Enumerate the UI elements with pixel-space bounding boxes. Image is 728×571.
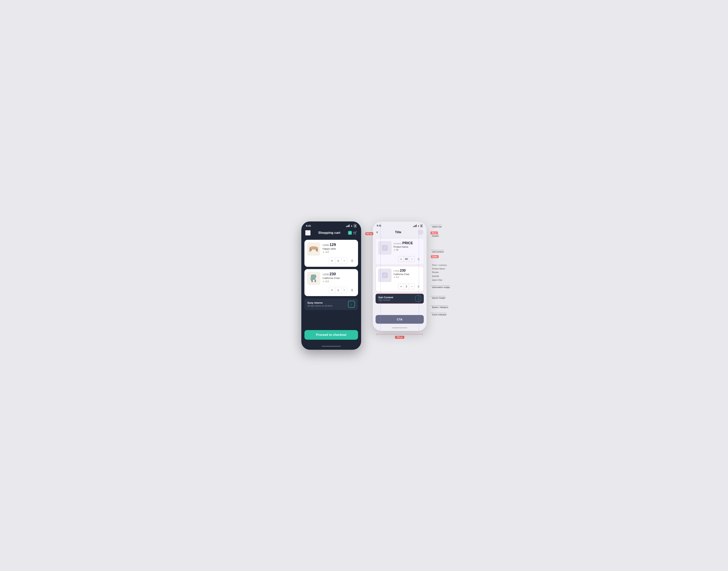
badge-110px: 110px — [431, 255, 439, 258]
wf-star-2: ★ — [394, 276, 396, 278]
ann-home-indicator: home indicator — [431, 311, 469, 318]
table-illustration — [308, 244, 319, 254]
annotation-labels: status bar header cart product Price + c… — [431, 221, 469, 318]
svg-line-13 — [383, 246, 387, 250]
price-currency-2: USD$ — [322, 273, 329, 276]
wf-image-2 — [378, 268, 392, 282]
wf-qty-dec-1[interactable]: + — [398, 256, 404, 262]
price-amount-2: 230 — [329, 272, 336, 276]
ann-button-medium-label: Button / Medium — [431, 306, 448, 309]
qty-increase-1[interactable]: − — [341, 258, 347, 264]
wf-delete-2[interactable]: 🗑 — [416, 284, 421, 289]
wifi-icon: ▲ — [350, 224, 353, 227]
right-status-bar: 9:41 ▲ ▮ — [373, 222, 426, 228]
ann-info-nudge-label: information nudge — [431, 286, 450, 289]
svg-line-16 — [383, 273, 387, 277]
ann-review: Review — [431, 270, 469, 274]
height-measurement: 812 px — [366, 232, 373, 235]
product-image-1 — [307, 242, 320, 256]
price-currency-1: USD$ — [322, 244, 329, 246]
star-icon-1: ★ — [322, 251, 325, 253]
left-status-icons: ▲ ▮ — [346, 224, 356, 227]
qty-decrease-2[interactable]: + — [329, 287, 335, 293]
cart-title: Shopping cart — [318, 231, 340, 235]
wf-qty-inc-1[interactable]: − — [409, 256, 415, 262]
ann-review-label: Review — [431, 271, 439, 273]
ann-quantity: quantity — [431, 274, 469, 278]
wf-qty-row-1: + 00 − 🗑 — [378, 256, 421, 262]
ann-cart-product: cart product — [431, 240, 469, 263]
product-info-2: USD$ 230 California Chair ★ 4.3 — [322, 272, 355, 283]
ann-product-name-label: Product Name — [431, 267, 445, 270]
right-phone: 9:41 ▲ ▮ ✕ Title — [373, 221, 427, 331]
checkout-button[interactable]: Proceed to checkout — [304, 330, 358, 340]
star-icon-2: ★ — [322, 280, 325, 283]
close-button[interactable]: ✕ — [305, 230, 311, 236]
wf-currency-1: currancy — [394, 242, 402, 245]
qty-controls-1: + 1 − — [329, 257, 347, 264]
product-card-2: USD$ 230 California Chair ★ 4.3 + 1 — [304, 269, 358, 296]
wf-image-1 — [378, 241, 392, 255]
left-status-bar: 9:41 ▲ ▮ — [301, 221, 361, 229]
placeholder-icon-2 — [382, 272, 388, 278]
width-375-label: 375 px — [395, 336, 404, 339]
nudge-text: Easy returns 30-day returns on all items — [307, 301, 332, 307]
ann-home-indicator-label: home indicator — [431, 313, 446, 316]
cart-badge-area: 3 🛒 — [348, 231, 357, 235]
wf-qty-controls-1: + 00 − — [398, 256, 415, 262]
right-header-title: Title — [378, 231, 418, 234]
ann-quantity-label: quantity — [431, 275, 439, 277]
product-info-1: USD$ 129 Happy table ★ 4.3 — [322, 242, 355, 253]
wf-qty-inc-2[interactable]: − — [409, 284, 415, 289]
phone-right-wrap: 9:41 ▲ ▮ ✕ Title — [373, 221, 427, 331]
spacer — [304, 312, 358, 328]
delete-btn-1[interactable]: 🗑 — [349, 258, 355, 264]
delete-btn-2[interactable]: 🗑 — [349, 287, 355, 293]
right-close-button[interactable]: ✕ — [376, 231, 378, 234]
header-circle — [418, 230, 423, 235]
wf-product-info-2: USD$ 230 California Chair ★ 4.3 — [394, 268, 421, 278]
wf-name-2: California Chair — [394, 273, 421, 276]
ann-layout-margin: layout margin — [431, 292, 469, 303]
placeholder-icon-1 — [382, 245, 388, 251]
ann-price-currency-label: Price + currency — [431, 264, 447, 266]
wf-rating-value-1: 00 — [396, 249, 398, 251]
wf-nudge: Sub Content Tiny Content ↓ — [376, 294, 424, 304]
wf-spacer — [376, 305, 424, 315]
wf-nudge-highlight: Sub Content Tiny Content ↓ — [376, 294, 424, 304]
svg-point-5 — [309, 246, 318, 249]
left-phone: 9:41 ▲ ▮ ✕ Shopping cart 3 🛒 — [301, 221, 361, 350]
wf-qty-val-1: 00 — [404, 256, 409, 262]
quantity-row-2: + 1 − 🗑 — [307, 287, 355, 294]
left-time: 9:41 — [306, 224, 311, 227]
wf-product-info-1: currancy PRICE Product Name ★ 00 — [394, 241, 421, 251]
right-phone-body: currancy PRICE Product Name ★ 00 — [373, 237, 426, 327]
wf-delete-1[interactable]: 🗑 — [416, 256, 421, 262]
product-rating-1: ★ 4.3 — [322, 251, 355, 253]
chair-illustration — [309, 273, 319, 284]
wf-nudge-title: Sub Content — [378, 296, 393, 299]
ann-header-label: header — [431, 234, 439, 237]
home-indicator-left — [322, 346, 341, 347]
product-card-1: USD$ 129 Happy table ★ 4.3 + 1 — [304, 240, 358, 267]
wf-qty-dec-2[interactable]: + — [398, 284, 404, 289]
rating-value-2: 4.3 — [325, 280, 329, 283]
price-amount-1: 129 — [329, 242, 336, 247]
product-image-2 — [307, 272, 320, 285]
rating-value-1: 4.3 — [325, 251, 329, 253]
wf-product-card-2: USD$ 230 California Chair ★ 4.3 — [376, 266, 424, 292]
wf-name-1: Product Name — [394, 246, 421, 248]
qty-value-2: 1 — [335, 287, 341, 293]
wf-cta-button[interactable]: CTA — [376, 315, 424, 324]
wf-qty-val-2: 2 — [404, 284, 409, 289]
qty-value-1: 1 — [335, 258, 341, 264]
ann-cart-product-label: cart product — [431, 250, 444, 253]
cart-count-badge: 3 — [348, 231, 352, 235]
nudge-title: Easy returns — [307, 301, 332, 304]
badge-36px: 36 px — [431, 231, 438, 234]
info-nudge: Easy returns 30-day returns on all items… — [304, 299, 358, 310]
wf-rating-2: ★ 4.3 — [394, 276, 421, 278]
ann-layout-margin-label: layout margin — [431, 296, 445, 299]
qty-decrease-1[interactable]: + — [329, 258, 335, 264]
qty-increase-2[interactable]: − — [341, 287, 347, 293]
